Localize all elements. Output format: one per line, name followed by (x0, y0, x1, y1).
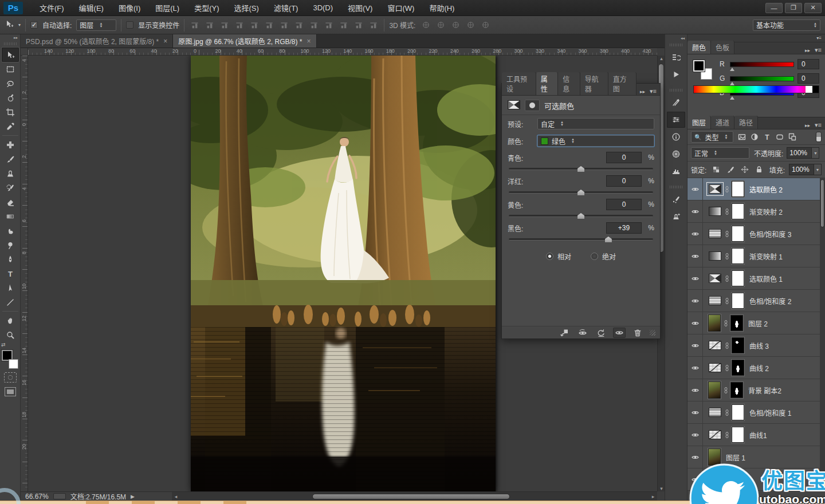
layer-row[interactable]: 色相/饱和度 2 (688, 290, 825, 312)
black-swatch[interactable] (812, 86, 819, 93)
layer-mask-thumbnail[interactable] (732, 248, 744, 264)
color-tab[interactable]: 颜色 (688, 41, 711, 54)
layer-name[interactable]: 背景 副本2 (748, 385, 781, 395)
layer-name[interactable]: 曲线 2 (749, 363, 769, 373)
layer-mask-thumbnail[interactable] (732, 293, 744, 309)
document-tab-psd[interactable]: PSD.psd @ 50% (选取颜色 2, 图层蒙版/8) * × (21, 34, 173, 48)
layer-visibility-eye-icon[interactable] (688, 267, 703, 289)
mask-link-icon[interactable] (722, 274, 732, 283)
lock-position-icon[interactable] (739, 164, 750, 175)
mask-link-icon[interactable] (721, 319, 730, 328)
channel-thumb-icon[interactable] (730, 80, 734, 85)
layer-mask-icon[interactable] (525, 100, 540, 111)
resize-grip[interactable] (650, 330, 655, 336)
path-select-tool[interactable] (2, 281, 19, 295)
blend-mode-dropdown[interactable]: 正常 ▲▼ (691, 147, 749, 159)
adjustment-icon-gradient-map[interactable] (708, 206, 722, 216)
mask-link-icon[interactable] (722, 341, 732, 350)
layer-mask-thumbnail[interactable] (732, 427, 744, 443)
color-dropdown[interactable]: 绿色 ▲▼ (537, 135, 654, 147)
layer-row[interactable]: 图层 1 (688, 446, 825, 468)
collapse-tools-icon[interactable]: ▸▸ (11, 34, 20, 41)
close-button[interactable]: ✕ (804, 3, 822, 13)
expand-icon[interactable]: ▸▸ (640, 89, 645, 94)
dropdown-arrow-icon[interactable]: ▼ (814, 164, 822, 175)
panel-menu-icon[interactable]: ▾≡ (815, 121, 822, 129)
layer-visibility-eye-icon[interactable] (688, 468, 703, 490)
brush-tool[interactable] (2, 152, 19, 166)
layer-mask-thumbnail[interactable] (732, 270, 744, 286)
layer-mask-thumbnail[interactable] (732, 203, 744, 219)
channel-thumb-icon[interactable] (730, 65, 734, 71)
layer-visibility-eye-icon[interactable] (688, 200, 703, 222)
align-vertical-centers-icon[interactable] (204, 20, 215, 30)
lasso-tool[interactable] (2, 76, 19, 90)
menu-item[interactable]: 图像(I) (111, 0, 148, 15)
expand-icon[interactable]: ▸▸ (805, 123, 810, 128)
eyedropper-tool[interactable] (2, 119, 19, 133)
layer-visibility-eye-icon[interactable] (688, 357, 703, 379)
3d-roll-icon[interactable] (435, 20, 446, 30)
history-brush-tool[interactable] (2, 180, 19, 195)
vertical-ruler[interactable]: 4202468101214161820 (21, 56, 28, 491)
properties-tab[interactable]: 属性 (536, 72, 558, 95)
zoom-level[interactable]: 66.67% (25, 493, 49, 501)
minimize-button[interactable]: — (765, 3, 783, 13)
menu-item[interactable]: 图层(L) (148, 0, 187, 15)
mask-link-icon[interactable] (722, 230, 732, 238)
slider-track[interactable] (509, 168, 653, 170)
layer-visibility-eye-icon[interactable] (688, 178, 703, 200)
marquee-tool[interactable] (2, 62, 19, 76)
filter-toggle-icon[interactable] (816, 132, 822, 142)
adjustment-icon-hue-sat[interactable] (708, 296, 722, 306)
delete-adjustment-icon[interactable] (631, 328, 644, 338)
layer-style-fx-icon[interactable]: fx. (713, 491, 725, 501)
layer-name[interactable]: 渐变映射 2 (749, 207, 783, 216)
menu-item[interactable]: 编辑(E) (72, 0, 111, 15)
brush-presets-icon[interactable] (667, 191, 685, 207)
palette-grip[interactable] (4, 42, 17, 45)
background-color-swatch[interactable] (9, 359, 18, 369)
scroll-right-icon[interactable]: ▸ (649, 494, 657, 499)
layer-name[interactable]: 色相/饱和度 2 (749, 296, 791, 306)
layer-name[interactable]: 渐变映射 1 (749, 251, 783, 261)
layer-thumbnail[interactable] (708, 381, 721, 399)
layer-mask-thumbnail[interactable] (730, 382, 743, 398)
layer-name[interactable]: 曲线1 (749, 430, 767, 440)
channel-slider[interactable] (730, 76, 794, 81)
shape-filter-icon[interactable] (774, 132, 785, 142)
menu-item[interactable]: 3D(D) (305, 0, 340, 15)
dodge-tool[interactable] (2, 238, 19, 252)
slider-thumb-icon[interactable] (578, 166, 584, 172)
distribute-left-icon[interactable] (323, 20, 335, 30)
layer-row[interactable]: 色相/饱和度 1 (688, 401, 825, 424)
color-spectrum-bar[interactable] (693, 85, 819, 93)
mask-link-icon[interactable] (722, 297, 732, 305)
channel-value-input[interactable]: 0 (798, 73, 819, 84)
type-filter-icon[interactable]: T (761, 132, 772, 142)
auto-align-layers-icon[interactable] (368, 20, 379, 30)
color-tab[interactable]: 色板 (711, 41, 734, 54)
layer-visibility-eye-icon[interactable] (688, 401, 703, 423)
info-icon[interactable] (667, 129, 685, 145)
tool-preset-arrow-icon[interactable]: ▾ (18, 22, 21, 27)
menu-item[interactable]: 文件(F) (32, 0, 72, 15)
layer-name[interactable]: 曲线 3 (749, 341, 769, 351)
adjustment-icon-hue-sat[interactable] (708, 407, 722, 418)
layers-tab[interactable]: 路径 (734, 116, 758, 129)
layer-visibility-eye-icon[interactable] (688, 334, 703, 356)
slider-value-input[interactable]: +39 (606, 222, 642, 234)
menu-item[interactable]: 类型(Y) (187, 0, 226, 15)
menu-item[interactable]: 窗口(W) (380, 0, 422, 15)
pixel-filter-icon[interactable] (736, 132, 747, 142)
lock-all-icon[interactable] (753, 164, 764, 175)
properties-tab[interactable]: 信息 (558, 72, 580, 95)
pen-tool[interactable] (2, 252, 19, 266)
adjustment-icon-gradient-map[interactable] (708, 251, 722, 261)
tool-presets-icon[interactable] (667, 94, 685, 111)
zoom-tool[interactable] (2, 328, 19, 342)
3d-camera-icon[interactable] (480, 20, 491, 30)
menu-item[interactable]: 选择(S) (226, 0, 266, 15)
slider-track[interactable] (509, 215, 653, 217)
mask-link-icon[interactable] (722, 364, 732, 372)
